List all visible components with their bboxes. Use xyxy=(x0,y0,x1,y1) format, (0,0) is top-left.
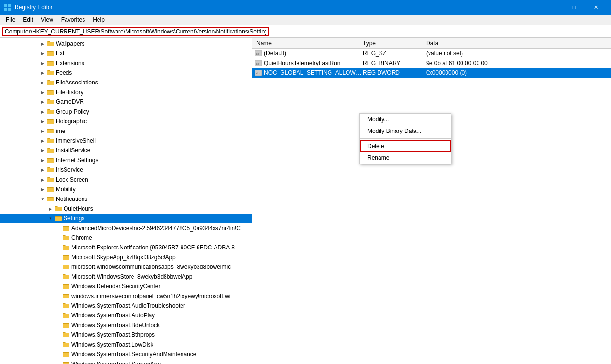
tree-item-ext[interactable]: ▶ Ext xyxy=(0,49,252,58)
tree-item-label: AdvancedMicroDevicesInc-2.59462344778C5_… xyxy=(71,225,241,232)
tree-item-gamedvr[interactable]: ▶ GameDVR xyxy=(0,97,252,107)
tree-expander xyxy=(54,340,62,349)
tree-item-audiotrouble[interactable]: Windows.SystemToast.AudioTroubleshooter xyxy=(0,301,252,311)
tree-item-holographic[interactable]: ▶ Holographic xyxy=(0,116,252,126)
tree-item-bdeunlock[interactable]: Windows.SystemToast.BdeUnlock xyxy=(0,320,252,330)
tree-item-label: Feeds xyxy=(56,69,72,76)
tree-item-grouppolicy[interactable]: ▶ Group Policy xyxy=(0,107,252,116)
tree-item-bthprops[interactable]: Windows.SystemToast.Bthprops xyxy=(0,330,252,340)
tree-expander[interactable]: ▶ xyxy=(39,49,47,58)
tree-expander xyxy=(54,311,62,320)
tree-expander[interactable]: ▶ xyxy=(39,165,47,175)
tree-expander[interactable]: ▶ xyxy=(39,87,47,97)
folder-icon xyxy=(47,59,54,67)
tree-expander xyxy=(54,291,62,301)
context-menu-item-modify[interactable]: Modify... xyxy=(360,114,451,125)
tree-item-mscomm[interactable]: microsoft.windowscommunicationsapps_8wek… xyxy=(0,262,252,272)
tree-item-msexplorer[interactable]: Microsoft.Explorer.Notification.{953945B… xyxy=(0,243,252,252)
tree-expander[interactable]: ▶ xyxy=(39,107,47,116)
tree-item-security[interactable]: Windows.SystemToast.SecurityAndMaintenan… xyxy=(0,349,252,359)
tree-item-immersiveshell[interactable]: ▶ ImmersiveShell xyxy=(0,136,252,146)
tree-expander[interactable]: ▶ xyxy=(39,184,47,194)
tree-expander[interactable]: ▶ xyxy=(39,175,47,184)
folder-icon xyxy=(47,137,54,145)
tree-expander xyxy=(54,301,62,311)
menu-item-edit[interactable]: Edit xyxy=(19,16,37,24)
menu-item-file[interactable]: File xyxy=(2,16,19,24)
tree-expander[interactable]: ▼ xyxy=(39,194,47,204)
tree-expander[interactable]: ▶ xyxy=(39,58,47,68)
menu-item-help[interactable]: Help xyxy=(89,16,109,24)
tree-expander[interactable]: ▶ xyxy=(39,116,47,126)
folder-icon xyxy=(47,98,54,106)
tree-item-settings[interactable]: ▼ Settings xyxy=(0,214,252,223)
tree-expander[interactable]: ▶ xyxy=(39,155,47,165)
tree-item-chrome[interactable]: Chrome xyxy=(0,233,252,243)
context-menu-item-modifybinary[interactable]: Modify Binary Data... xyxy=(360,125,451,137)
tree-item-immersive[interactable]: windows.immersivecontrolpanel_cw5n1h2txy… xyxy=(0,291,252,301)
tree-item-wallpapers[interactable]: ▶ Wallpapers xyxy=(0,39,252,49)
tree-item-notifications[interactable]: ▼ Notifications xyxy=(0,194,252,204)
tree-item-label: GameDVR xyxy=(56,99,84,105)
tree-item-fileassociations[interactable]: ▶ FileAssociations xyxy=(0,78,252,87)
folder-icon xyxy=(62,234,70,242)
address-input[interactable] xyxy=(2,27,269,36)
minimize-button[interactable]: — xyxy=(540,0,562,15)
tree-item-ime[interactable]: ▶ ime xyxy=(0,126,252,136)
window-controls: — □ ✕ xyxy=(540,0,607,15)
tree-expander[interactable]: ▶ xyxy=(39,97,47,107)
tree-item-startup[interactable]: Windows.SystemToast.StartupApp xyxy=(0,359,252,364)
menu-item-view[interactable]: View xyxy=(37,16,57,24)
tree-item-filehistory[interactable]: ▶ FileHistory xyxy=(0,87,252,97)
folder-icon xyxy=(62,273,70,281)
tree-scroll[interactable]: ▶ Wallpapers▶ Ext▶ Extensions▶ Feeds▶ Fi… xyxy=(0,38,252,364)
tree-item-advancedmicro[interactable]: AdvancedMicroDevicesInc-2.59462344778C5_… xyxy=(0,223,252,233)
tree-item-label: Extensions xyxy=(56,60,84,66)
tree-item-mobility[interactable]: ▶ Mobility xyxy=(0,184,252,194)
tree-expander[interactable]: ▶ xyxy=(39,126,47,136)
tree-item-autoplay[interactable]: Windows.SystemToast.AutoPlay xyxy=(0,311,252,320)
tree-item-msskype[interactable]: Microsoft.SkypeApp_kzf8qxf38zg5c!App xyxy=(0,252,252,262)
reg-entry-nocglobal[interactable]: abNOC_GLOBAL_SETTING_ALLOW_T...REG DWORD… xyxy=(252,68,611,78)
column-headers: Name Type Data xyxy=(252,38,611,49)
tree-item-label: microsoft.windowscommunicationsapps_8wek… xyxy=(71,264,231,270)
svg-rect-2 xyxy=(4,8,7,11)
svg-rect-3 xyxy=(8,8,11,11)
reg-entry-icon: ab xyxy=(254,50,262,57)
tree-item-label: FileAssociations xyxy=(56,79,98,86)
folder-icon xyxy=(62,263,70,271)
context-menu-item-rename[interactable]: Rename xyxy=(360,152,451,164)
tree-item-lowdisk[interactable]: Windows.SystemToast.LowDisk xyxy=(0,340,252,349)
tree-item-lockscreen[interactable]: ▶ Lock Screen xyxy=(0,175,252,184)
reg-entry-default[interactable]: ab(Default)REG_SZ(value not set) xyxy=(252,49,611,58)
tree-item-internetsettings[interactable]: ▶ Internet Settings xyxy=(0,155,252,165)
tree-item-defender[interactable]: Windows.Defender.SecurityCenter xyxy=(0,281,252,291)
close-button[interactable]: ✕ xyxy=(585,0,607,15)
menu-item-favorites[interactable]: Favorites xyxy=(57,16,89,24)
tree-item-quiethours[interactable]: ▶ QuietHours xyxy=(0,204,252,214)
reg-entry-icon: ab xyxy=(254,69,262,77)
maximize-button[interactable]: □ xyxy=(562,0,585,15)
tree-expander[interactable]: ▶ xyxy=(39,78,47,87)
tree-item-label: Mobility xyxy=(56,186,76,193)
tree-item-msstore[interactable]: Microsoft.WindowsStore_8wekyb3d8bbwelApp xyxy=(0,272,252,281)
context-menu-item-delete[interactable]: Delete xyxy=(360,140,451,152)
tree-item-feeds[interactable]: ▶ Feeds xyxy=(0,68,252,78)
tree-expander xyxy=(54,320,62,330)
tree-expander[interactable]: ▶ xyxy=(39,39,47,49)
title-bar: Registry Editor — □ ✕ xyxy=(0,0,611,15)
tree-expander[interactable]: ▶ xyxy=(39,136,47,146)
tree-item-extensions[interactable]: ▶ Extensions xyxy=(0,58,252,68)
tree-expander[interactable]: ▼ xyxy=(47,214,54,223)
registry-list[interactable]: ab(Default)REG_SZ(value not set)abQuietH… xyxy=(252,49,611,364)
tree-expander[interactable]: ▶ xyxy=(47,204,54,214)
tree-expander[interactable]: ▶ xyxy=(39,146,47,155)
tree-item-irisservice[interactable]: ▶ IrisService xyxy=(0,165,252,175)
reg-entry-quiethours[interactable]: abQuietHoursTelemetryLastRunREG_BINARY9e… xyxy=(252,58,611,68)
tree-item-label: FileHistory xyxy=(56,89,83,96)
app-icon xyxy=(4,3,12,11)
tree-item-installservice[interactable]: ▶ InstallService xyxy=(0,146,252,155)
tree-expander[interactable]: ▶ xyxy=(39,68,47,78)
tree-item-label: Microsoft.Explorer.Notification.{953945B… xyxy=(71,244,237,251)
reg-entry-name: NOC_GLOBAL_SETTING_ALLOW_T... xyxy=(264,69,363,76)
